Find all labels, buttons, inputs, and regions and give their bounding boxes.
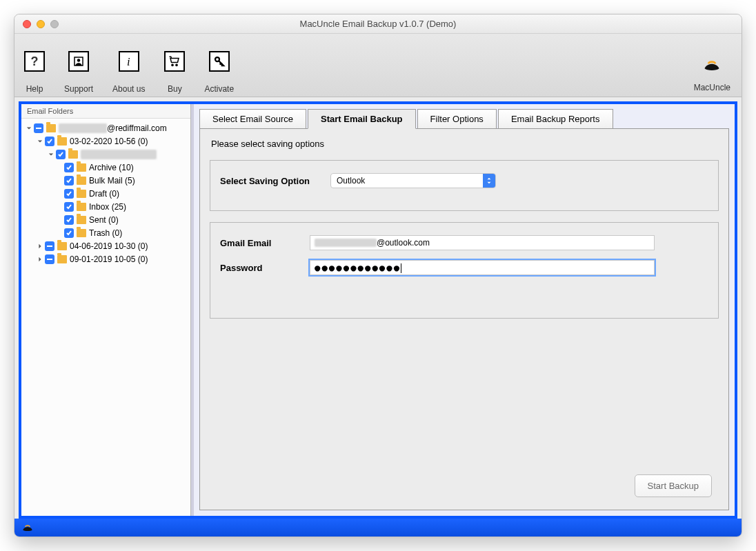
checkbox-mixed[interactable] — [45, 241, 54, 251]
tree-node[interactable]: 04-06-2019 10-30 (0) — [21, 239, 190, 252]
tab-body: Please select saving options Select Savi… — [199, 128, 729, 510]
statusbar-logo-icon — [21, 522, 34, 533]
tree-leaf[interactable]: Inbox (25) — [21, 200, 190, 213]
tree-leaf[interactable]: Bulk Mail (5) — [21, 174, 190, 187]
password-value: ●●●●●●●●●●●● — [315, 262, 401, 273]
tree-leaf[interactable]: Sent (0) — [21, 213, 190, 226]
folder-sidebar: Email Folders xxxxxxx@rediffmail.com 03-… — [21, 104, 191, 516]
chevron-down-icon[interactable] — [26, 125, 32, 132]
svg-point-3 — [172, 64, 173, 66]
password-label: Password — [220, 263, 310, 273]
credentials-panel: Gmail Email @outlook.com Password ●●●●●●… — [210, 222, 719, 319]
checkbox-checked[interactable] — [64, 189, 74, 199]
checkbox-checked[interactable] — [64, 228, 74, 238]
folder-icon — [77, 229, 86, 237]
key-icon — [209, 51, 230, 72]
app-window: MacUncle Email Backup v1.0.7 (Demo) Help… — [14, 14, 742, 537]
redacted-text: xxxxxxx — [59, 123, 107, 133]
email-label: Gmail Email — [220, 238, 310, 248]
folder-icon — [57, 242, 67, 250]
chevron-right-icon[interactable] — [37, 256, 43, 263]
email-input[interactable]: @outlook.com — [310, 235, 655, 250]
saving-option-label: Select Saving Option — [220, 176, 330, 186]
chevron-down-icon[interactable] — [37, 138, 43, 145]
tree-leaf[interactable]: Archive (10) — [21, 161, 190, 174]
tree-label: Archive (10) — [89, 163, 134, 172]
toolbar-activate-label: Activate — [204, 84, 234, 94]
folder-icon — [77, 216, 86, 224]
folder-icon — [77, 203, 86, 211]
tree-label: 04-06-2019 10-30 (0) — [70, 241, 148, 251]
tree-leaf[interactable]: Draft (0) — [21, 187, 190, 200]
start-backup-button[interactable]: Start Backup — [635, 474, 712, 497]
support-icon — [68, 51, 89, 72]
toolbar-activate[interactable]: Activate — [204, 51, 234, 94]
svg-point-1 — [77, 59, 81, 62]
checkbox-checked[interactable] — [64, 176, 74, 186]
chevron-down-icon[interactable] — [48, 151, 54, 158]
cart-icon — [164, 51, 185, 72]
folder-icon — [77, 177, 86, 185]
chevron-right-icon[interactable] — [37, 243, 43, 250]
tree-node[interactable]: 03-02-2020 10-56 (0) — [21, 134, 190, 148]
toolbar-help[interactable]: Help — [24, 51, 45, 94]
svg-point-4 — [176, 64, 177, 66]
checkbox-checked[interactable] — [45, 137, 54, 146]
folder-icon — [77, 163, 86, 172]
svg-text:i: i — [127, 55, 130, 68]
tab-bar: Select Email Source Start Email Backup F… — [199, 108, 729, 128]
redacted-text — [315, 239, 377, 247]
toolbar-help-label: Help — [26, 84, 43, 94]
statusbar — [14, 519, 742, 537]
tree-node[interactable]: 09-01-2019 10-05 (0) — [21, 252, 190, 266]
toolbar-about[interactable]: i About us — [112, 51, 145, 94]
instruction-text: Please select saving options — [200, 129, 728, 154]
toolbar-buy[interactable]: Buy — [164, 51, 185, 94]
tab-reports[interactable]: Email Backup Reports — [498, 109, 613, 129]
saving-option-value: Outlook — [331, 176, 483, 186]
tree-root-suffix: @rediffmail.com — [107, 123, 167, 133]
tree-node[interactable]: xxxxxxxxxx — [21, 148, 190, 161]
folder-icon — [57, 137, 67, 146]
select-arrows-icon — [483, 174, 495, 188]
window-title: MacUncle Email Backup v1.0.7 (Demo) — [14, 19, 742, 29]
help-icon — [24, 51, 45, 72]
titlebar: MacUncle Email Backup v1.0.7 (Demo) — [14, 14, 742, 34]
main-panel: Select Email Source Start Email Backup F… — [191, 104, 735, 516]
checkbox-checked[interactable] — [64, 202, 74, 212]
checkbox-mixed[interactable] — [34, 123, 43, 133]
saving-option-panel: Select Saving Option Outlook — [210, 160, 719, 211]
tree-label: Inbox (25) — [89, 202, 126, 212]
toolbar-buy-label: Buy — [168, 84, 182, 94]
checkbox-checked[interactable] — [64, 215, 74, 225]
info-icon: i — [119, 51, 139, 72]
toolbar-support-label: Support — [64, 84, 93, 94]
toolbar-support[interactable]: Support — [64, 51, 93, 94]
tree-label: Bulk Mail (5) — [89, 176, 135, 186]
tree-root[interactable]: xxxxxxx@rediffmail.com — [21, 121, 190, 134]
checkbox-mixed[interactable] — [45, 254, 54, 264]
tree-label: Sent (0) — [89, 215, 119, 225]
password-input[interactable]: ●●●●●●●●●●●● — [310, 260, 655, 275]
tab-start-backup[interactable]: Start Email Backup — [308, 109, 416, 129]
tree-label: 09-01-2019 10-05 (0) — [70, 254, 148, 264]
saving-option-select[interactable]: Outlook — [330, 173, 496, 188]
brand-corner[interactable]: MacUncle — [694, 57, 730, 92]
tree-label: Trash (0) — [89, 228, 122, 238]
content-frame: Email Folders xxxxxxx@rediffmail.com 03-… — [19, 101, 737, 519]
brand-label: MacUncle — [694, 83, 730, 92]
tree-leaf[interactable]: Trash (0) — [21, 226, 190, 239]
redacted-text: xxxxxxxxxx — [81, 150, 157, 159]
toolbar: Help Support i About us Buy — [14, 34, 742, 97]
toolbar-about-label: About us — [112, 84, 145, 94]
checkbox-checked[interactable] — [64, 163, 74, 172]
checkbox-checked[interactable] — [56, 150, 66, 159]
folder-icon — [57, 255, 67, 263]
tab-filter-options[interactable]: Filter Options — [417, 109, 497, 129]
tab-select-source[interactable]: Select Email Source — [199, 109, 306, 129]
sidebar-title: Email Folders — [21, 104, 190, 119]
folder-icon — [77, 190, 86, 198]
folder-icon — [46, 124, 56, 132]
tree-label: 03-02-2020 10-56 (0) — [70, 137, 148, 146]
svg-point-5 — [215, 57, 219, 61]
